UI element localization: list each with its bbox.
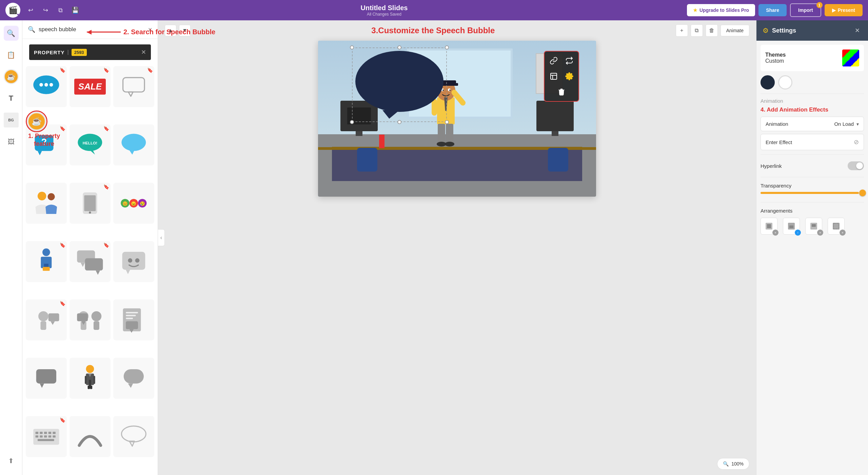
grid-item-chat-face[interactable] xyxy=(113,241,154,282)
settings-panel: ⚙ Settings ✕ Themes Custom Animation 4. … xyxy=(756,20,868,475)
grid-item-speech-blue-dots[interactable]: 🔖 xyxy=(26,66,67,107)
enter-effect-clear-icon[interactable]: ⊘ xyxy=(854,138,859,146)
svg-rect-44 xyxy=(77,313,88,321)
bookmark-badge: 🔖 xyxy=(60,417,65,423)
grid-item-chat-person-1[interactable]: 🔖 xyxy=(26,299,67,340)
zoom-icon: 🔍 xyxy=(723,461,729,467)
arrangement-item-4[interactable]: + xyxy=(828,218,845,235)
sidebar-item-text[interactable]: T xyxy=(4,91,19,106)
sidebar-item-person[interactable]: ☕ xyxy=(4,69,19,84)
settings-close-button[interactable]: ✕ xyxy=(852,26,862,35)
grid-item-bubble-oval[interactable] xyxy=(113,416,154,457)
delete-slide-button[interactable]: 🗑 xyxy=(706,24,718,37)
sidebar-item-upload[interactable]: ⬆ xyxy=(4,453,19,468)
sidebar-item-background[interactable]: BG xyxy=(4,113,19,127)
grid-item-speech-hello-teal[interactable]: 🔖 HELLO! xyxy=(70,124,111,165)
save-button[interactable]: 💾 xyxy=(69,4,81,16)
arr-icon-2[interactable]: ↑ xyxy=(783,218,800,235)
element-delete-button[interactable] xyxy=(554,85,569,99)
import-badge: 1 xyxy=(816,2,823,8)
grid-item-phone-chat[interactable]: 🔖 xyxy=(70,183,111,224)
element-replace-button[interactable] xyxy=(562,54,576,68)
transparency-slider[interactable] xyxy=(761,192,864,194)
color-theme-picker[interactable] xyxy=(842,50,859,66)
property-feature-annotation: ☕ 1. Property feature xyxy=(27,112,46,131)
svg-marker-65 xyxy=(128,383,133,388)
title-area: Untitled Slides All Changes Saved xyxy=(85,4,683,17)
phone-chat-icon xyxy=(76,189,104,218)
swatch-dark[interactable] xyxy=(761,75,775,90)
grid-item-chat-bubbles-gray[interactable]: 🔖 xyxy=(70,241,111,282)
arr-icon-4[interactable]: + xyxy=(828,218,845,235)
grid-item-people[interactable] xyxy=(26,183,67,224)
redo-button[interactable]: ↪ xyxy=(39,4,52,16)
enter-effect-label: Enter Effect xyxy=(766,139,792,145)
svg-rect-74 xyxy=(44,435,47,437)
app-logo[interactable]: 🎬 xyxy=(5,3,20,18)
arrangement-item-2[interactable]: ↑ xyxy=(783,218,800,235)
hyperlink-toggle[interactable] xyxy=(848,161,864,170)
settings-title-row: ⚙ Settings xyxy=(763,26,796,35)
animate-button[interactable]: Animate xyxy=(721,25,749,36)
duplicate-button[interactable]: ⧉ xyxy=(54,4,66,16)
slide-canvas: 🕐 xyxy=(318,41,596,197)
undo-button[interactable]: ↩ xyxy=(24,4,37,16)
grid-item-person-briefcase[interactable]: 🔖 xyxy=(26,241,67,282)
grid-item-keyboard-chat[interactable]: 🔖 xyxy=(26,416,67,457)
animation-section-label: Animation xyxy=(761,98,864,104)
sidebar-item-slides[interactable]: 📋 xyxy=(4,47,19,62)
right-actions: Upgrade to Slides Pro Share Import 1 Pre… xyxy=(687,3,863,17)
animation-section: Animation 4. Add Animation Effects Anima… xyxy=(761,98,864,150)
svg-rect-53 xyxy=(126,318,133,319)
arr-icon-1[interactable]: + xyxy=(761,218,777,235)
svg-rect-39 xyxy=(41,321,46,330)
grid-item-chat-person-2[interactable] xyxy=(70,299,111,340)
upgrade-button[interactable]: Upgrade to Slides Pro xyxy=(687,4,755,16)
collapse-panel-button[interactable]: ‹ xyxy=(158,229,165,246)
bookmark-badge: 🔖 xyxy=(103,126,109,131)
grid-item-speech-blue-plain[interactable] xyxy=(113,124,154,165)
svg-text:😠: 😠 xyxy=(131,201,137,206)
import-button[interactable]: Import 1 xyxy=(790,3,821,17)
grid-item-sale-badge[interactable]: 🔖 SALE xyxy=(70,66,111,107)
present-button[interactable]: Present xyxy=(825,4,863,16)
svg-marker-41 xyxy=(51,321,55,325)
bookmark-badge: 🔖 xyxy=(103,242,109,248)
arrangement-item-1[interactable]: + xyxy=(761,218,777,235)
svg-point-78 xyxy=(122,426,146,442)
element-link-button[interactable] xyxy=(547,54,561,68)
duplicate-slide-button[interactable]: ⧉ xyxy=(691,24,703,37)
svg-rect-47 xyxy=(94,321,99,330)
svg-marker-33 xyxy=(96,271,100,275)
svg-marker-14 xyxy=(130,150,135,155)
arrangement-item-3[interactable]: + xyxy=(805,218,822,235)
animation-dropdown-header[interactable]: Animation On Load ▾ xyxy=(761,117,864,131)
share-button[interactable]: Share xyxy=(758,4,787,16)
element-settings-button[interactable] xyxy=(562,69,576,83)
grid-item-person-suit[interactable] xyxy=(70,358,111,399)
arr-badge-2: ↑ xyxy=(795,230,801,236)
grid-item-chat-doc[interactable] xyxy=(113,299,154,340)
arr-badge-1: + xyxy=(772,230,778,236)
animation-dropdown[interactable]: Animation On Load ▾ xyxy=(761,117,864,131)
search-icon[interactable]: 🔍 xyxy=(28,26,35,33)
speech-bubble-selected[interactable] xyxy=(352,47,447,122)
property-close-button[interactable]: ✕ xyxy=(141,48,146,56)
arr-icon-3[interactable]: + xyxy=(805,218,822,235)
sidebar-item-image[interactable]: 🖼 xyxy=(4,134,19,149)
grid-item-bubble-dark-sm[interactable] xyxy=(26,358,67,399)
grid-item-emoji-reactions[interactable]: 😊 😠 😢 xyxy=(113,183,154,224)
slide-actions: + ⧉ 🗑 Animate xyxy=(676,24,749,37)
toggle-thumb xyxy=(856,162,863,169)
grid-item-bubble-rounded[interactable] xyxy=(113,358,154,399)
grid-item-chat-arc[interactable] xyxy=(70,416,111,457)
swatch-light[interactable] xyxy=(778,75,792,90)
element-visibility-button[interactable] xyxy=(547,69,561,83)
sidebar-item-search[interactable]: 🔍 xyxy=(4,26,19,41)
add-element-button[interactable]: + xyxy=(676,24,688,37)
svg-marker-6 xyxy=(129,92,133,96)
bubble-oval-icon xyxy=(119,422,148,451)
svg-point-2 xyxy=(39,83,43,87)
transparency-thumb[interactable] xyxy=(859,190,866,196)
grid-item-speech-outline[interactable]: 🔖 xyxy=(113,66,154,107)
